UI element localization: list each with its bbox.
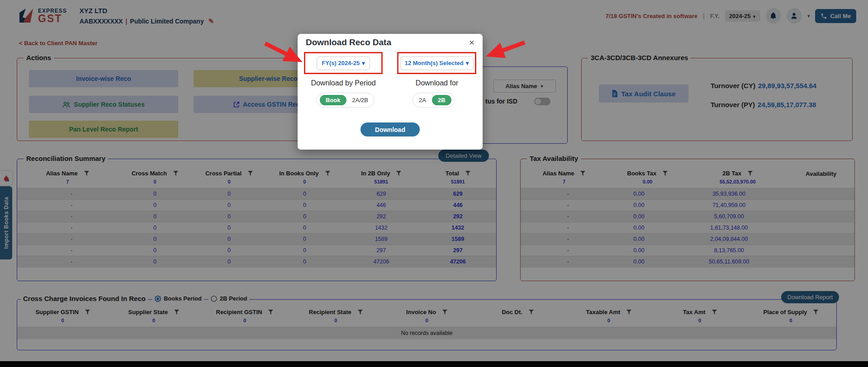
download-reco-data-modal: Download Reco Data × FY(s) 2024-25▾ 12 M…	[298, 34, 483, 150]
period-toggle[interactable]: Book 2A/2B	[316, 93, 375, 108]
months-dropdown[interactable]: 12 Month(s) Selected▾	[400, 56, 474, 70]
download-by-period-label: Download by Period	[304, 79, 383, 87]
close-icon[interactable]: ×	[469, 38, 474, 47]
download-button[interactable]: Download	[360, 122, 420, 136]
for-toggle[interactable]: 2A 2B	[413, 93, 455, 108]
fy-highlight-box: FY(s) 2024-25▾	[304, 52, 383, 74]
caret-down-icon: ▾	[362, 60, 365, 66]
modal-title: Download Reco Data	[306, 38, 391, 47]
period-toggle-2a2b[interactable]: 2A/2B	[350, 95, 371, 105]
caret-down-icon: ▾	[466, 60, 469, 66]
period-toggle-book[interactable]: Book	[320, 95, 346, 105]
months-highlight-box: 12 Month(s) Selected▾	[397, 52, 476, 74]
download-for-label: Download for	[398, 79, 476, 87]
fy-dropdown[interactable]: FY(s) 2024-25▾	[317, 56, 370, 70]
page: EXPRESS GST XYZ LTD AABXXXXXXX|Public Li…	[0, 0, 868, 367]
for-toggle-2b[interactable]: 2B	[432, 95, 451, 105]
for-toggle-2a[interactable]: 2A	[416, 95, 429, 105]
